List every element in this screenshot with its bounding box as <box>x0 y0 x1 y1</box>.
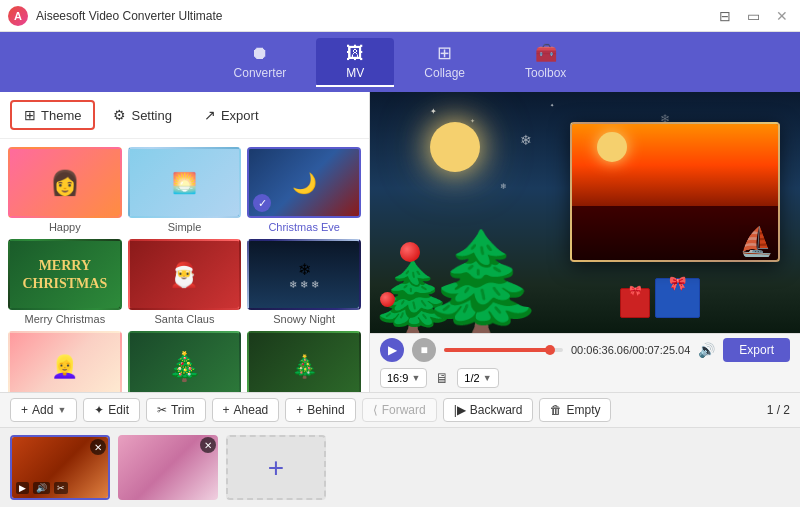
theme-item-beautiful-christmas[interactable]: 🎄 Beautiful Christmas <box>247 331 361 392</box>
ratio-select[interactable]: 16:9 ▼ <box>380 368 427 388</box>
add-icon: + <box>21 403 28 417</box>
edit-label: Edit <box>108 403 129 417</box>
preview-area: ✦ ✦ ✦ ✦ 🌲 🌲 ❄ ❄ ❄ ❄ 🎀 <box>370 92 800 333</box>
empty-button[interactable]: 🗑 Empty <box>539 398 611 422</box>
forward-button[interactable]: ⟨ Forward <box>362 398 437 422</box>
film-play-icon: ▶ <box>16 482 29 494</box>
empty-icon: 🗑 <box>550 403 562 417</box>
theme-thumb-merry-christmas: MERRY CHRISTMAS <box>8 239 122 310</box>
theme-item-christmas-eve[interactable]: 🌙 ✓ Christmas Eve <box>247 147 361 233</box>
theme-grid-icon: ⊞ <box>24 107 36 123</box>
forward-icon: ⟨ <box>373 403 378 417</box>
right-panel: ✦ ✦ ✦ ✦ 🌲 🌲 ❄ ❄ ❄ ❄ 🎀 <box>370 92 800 392</box>
trim-button[interactable]: ✂ Trim <box>146 398 206 422</box>
ahead-label: Ahead <box>234 403 269 417</box>
edit-button[interactable]: ✦ Edit <box>83 398 140 422</box>
theme-item-simple[interactable]: 🌅 Simple <box>128 147 242 233</box>
volume-icon[interactable]: 🔊 <box>698 342 715 358</box>
time-current: 00:06:36.06 <box>571 344 629 356</box>
tab-toolbox-label: Toolbox <box>525 66 566 80</box>
subtab-setting[interactable]: ⚙ Setting <box>99 100 185 130</box>
tab-collage[interactable]: ⊞ Collage <box>394 38 495 86</box>
subtab-theme[interactable]: ⊞ Theme <box>10 100 95 130</box>
progress-bar[interactable] <box>444 348 563 352</box>
stop-button[interactable]: ■ <box>412 338 436 362</box>
close-icon[interactable]: ✕ <box>772 8 792 24</box>
sub-tabs: ⊞ Theme ⚙ Setting ↗ Export <box>0 92 369 139</box>
play-button[interactable]: ▶ <box>380 338 404 362</box>
progress-thumb <box>545 345 555 355</box>
subtab-export[interactable]: ↗ Export <box>190 100 273 130</box>
add-dropdown-icon: ▼ <box>57 405 66 415</box>
time-display: 00:06:36.06/00:07:25.04 <box>571 344 690 356</box>
trim-icon: ✂ <box>157 403 167 417</box>
tab-mv-label: MV <box>346 66 364 80</box>
backward-icon: |▶ <box>454 403 466 417</box>
film-close-1[interactable]: ✕ <box>90 439 106 455</box>
theme-item-christmas-tree[interactable]: 🎄 Christmas Tree <box>128 331 242 392</box>
app-logo: A <box>8 6 28 26</box>
theme-thumb-simple: 🌅 <box>128 147 242 218</box>
collage-icon: ⊞ <box>437 44 452 62</box>
quality-dropdown-icon: ▼ <box>483 373 492 383</box>
film-cut-icon: ✂ <box>54 482 68 494</box>
maximize-icon[interactable]: ▭ <box>743 8 764 24</box>
quality-select[interactable]: 1/2 ▼ <box>457 368 498 388</box>
film-close-2[interactable]: ✕ <box>200 437 216 453</box>
theme-item-snowy-night[interactable]: ❄ ❄ ❄ ❄ Snowy Night <box>247 239 361 325</box>
export-button[interactable]: Export <box>723 338 790 362</box>
subtab-export-label: Export <box>221 108 259 123</box>
tab-toolbox[interactable]: 🧰 Toolbox <box>495 38 596 86</box>
theme-thumb-stripes-waves: 👱‍♀️ <box>8 331 122 392</box>
theme-thumb-snowy-night: ❄ ❄ ❄ ❄ <box>247 239 361 310</box>
theme-thumb-happy: 👩 <box>8 147 122 218</box>
behind-icon: + <box>296 403 303 417</box>
subtab-theme-label: Theme <box>41 108 81 123</box>
page-indicator: 1 / 2 <box>767 403 790 417</box>
nav-tabs: ⏺ Converter 🖼 MV ⊞ Collage 🧰 Toolbox <box>0 32 800 92</box>
left-panel: ⊞ Theme ⚙ Setting ↗ Export 👩 <box>0 92 370 392</box>
theme-item-stripes-waves[interactable]: 👱‍♀️ Stripes & Waves <box>8 331 122 392</box>
ahead-button[interactable]: + Ahead <box>212 398 280 422</box>
theme-thumb-beautiful-christmas: 🎄 <box>247 331 361 392</box>
backward-button[interactable]: |▶ Backward <box>443 398 534 422</box>
backward-label: Backward <box>470 403 523 417</box>
ratio-value: 16:9 <box>387 372 408 384</box>
theme-item-santa-claus[interactable]: 🎅 Santa Claus <box>128 239 242 325</box>
add-button[interactable]: + Add ▼ <box>10 398 77 422</box>
tab-converter[interactable]: ⏺ Converter <box>204 38 317 86</box>
film-item-1[interactable]: ✕ ▶ 🔊 ✂ <box>10 435 110 500</box>
tab-mv[interactable]: 🖼 MV <box>316 38 394 86</box>
tab-converter-label: Converter <box>234 66 287 80</box>
main-content: ⊞ Theme ⚙ Setting ↗ Export 👩 <box>0 92 800 392</box>
subtab-setting-label: Setting <box>131 108 171 123</box>
behind-label: Behind <box>307 403 344 417</box>
tab-collage-label: Collage <box>424 66 465 80</box>
mv-icon: 🖼 <box>346 44 364 62</box>
time-total: 00:07:25.04 <box>632 344 690 356</box>
film-item-add[interactable]: + <box>226 435 326 500</box>
theme-label-happy: Happy <box>49 221 81 233</box>
behind-button[interactable]: + Behind <box>285 398 355 422</box>
theme-label-santa-claus: Santa Claus <box>155 313 215 325</box>
theme-label-christmas-eve: Christmas Eve <box>268 221 340 233</box>
ahead-icon: + <box>223 403 230 417</box>
quality-value: 1/2 <box>464 372 479 384</box>
add-label: Add <box>32 403 53 417</box>
film-audio-icon: 🔊 <box>33 482 50 494</box>
theme-grid: 👩 Happy 🌅 Simple 🌙 ✓ <box>0 139 369 392</box>
minimize-icon[interactable]: ⊟ <box>715 8 735 24</box>
ratio-dropdown-icon: ▼ <box>411 373 420 383</box>
progress-fill <box>444 348 550 352</box>
theme-thumb-santa-claus: 🎅 <box>128 239 242 310</box>
app-title: Aiseesoft Video Converter Ultimate <box>36 9 715 23</box>
window-controls: ⊟ ▭ ✕ <box>715 8 792 24</box>
export-icon: ↗ <box>204 107 216 123</box>
theme-item-happy[interactable]: 👩 Happy <box>8 147 122 233</box>
player-controls-row2: 16:9 ▼ 🖥 1/2 ▼ <box>370 366 800 392</box>
forward-label: Forward <box>382 403 426 417</box>
theme-label-merry-christmas: Merry Christmas <box>24 313 105 325</box>
film-item-2[interactable]: ✕ <box>118 435 218 500</box>
trim-label: Trim <box>171 403 195 417</box>
theme-item-merry-christmas[interactable]: MERRY CHRISTMAS Merry Christmas <box>8 239 122 325</box>
